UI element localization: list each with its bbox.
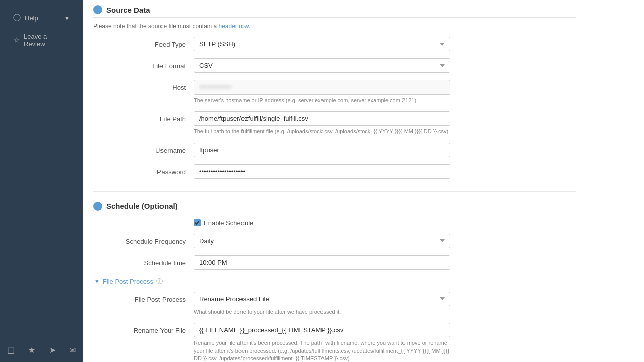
sidebar-item-leave-review[interactable]: ☆ Leave a Review	[6, 28, 77, 53]
enable-schedule-row: Enable Schedule	[194, 219, 576, 227]
file-post-process-row: File Post Process Rename Processed File …	[93, 292, 576, 316]
password-input[interactable]	[194, 164, 450, 179]
file-format-control: CSV TSV XML JSON	[194, 58, 450, 73]
file-format-row: File Format CSV TSV XML JSON	[93, 58, 576, 73]
content-area: − Source Data Please note that the sourc…	[83, 0, 586, 362]
help-icon: ⓘ	[13, 13, 21, 23]
grid-icon[interactable]: ◫	[3, 343, 19, 357]
star-icon[interactable]: ★	[24, 343, 39, 357]
host-row: Host The server's hostname or IP address…	[93, 80, 576, 104]
file-post-process-field-label: File Post Process	[93, 292, 194, 303]
schedule-frequency-control: Daily Weekly Monthly Hourly	[194, 234, 450, 248]
send-icon[interactable]: ➤	[45, 343, 60, 357]
enable-schedule-label[interactable]: Enable Schedule	[204, 219, 253, 227]
file-path-control: The full path to the fulfillment file (e…	[194, 111, 450, 135]
chevron-down-icon: ▼	[94, 278, 100, 284]
sidebar-help-label: Help	[25, 14, 38, 22]
rename-file-input[interactable]	[194, 323, 450, 337]
host-input[interactable]	[194, 80, 450, 95]
schedule-time-row: Schedule time	[93, 255, 576, 270]
source-data-section: − Source Data Please note that the sourc…	[93, 5, 576, 179]
schedule-frequency-row: Schedule Frequency Daily Weekly Monthly …	[93, 234, 576, 248]
file-post-process-link-label: File Post Process	[103, 278, 153, 285]
schedule-time-label: Schedule time	[93, 255, 194, 267]
username-row: Username	[93, 143, 576, 157]
schedule-time-input[interactable]	[194, 255, 450, 270]
rename-file-control: Rename your file after it's been process…	[194, 323, 450, 362]
password-row: Password	[93, 164, 576, 179]
file-post-process-collapsible[interactable]: ▼ File Post Process ⓘ	[94, 277, 576, 286]
host-hint: The server's hostname or IP address (e.g…	[194, 97, 450, 104]
help-circle-icon: ⓘ	[156, 277, 163, 286]
mail-icon[interactable]: ✉	[65, 343, 80, 357]
source-data-title: Source Data	[106, 6, 150, 14]
schedule-title: Schedule (Optional)	[106, 202, 178, 210]
chevron-down-icon: ▼	[64, 15, 70, 21]
schedule-icon: −	[93, 202, 102, 211]
sidebar-bottom: ◫ ★ ➤ ✉	[0, 338, 83, 362]
schedule-header: − Schedule (Optional)	[93, 202, 576, 214]
sidebar-top: ⓘ Help ▼ ☆ Leave a Review	[0, 0, 83, 61]
star-icon: ☆	[13, 36, 20, 45]
feed-type-row: Feed Type SFTP (SSH) FTP HTTP FTPS	[93, 37, 576, 51]
divider-1	[93, 191, 576, 192]
file-path-row: File Path The full path to the fulfillme…	[93, 111, 576, 135]
source-data-header: − Source Data	[93, 5, 576, 18]
username-input[interactable]	[194, 143, 450, 157]
header-row-link[interactable]: header row	[218, 23, 248, 30]
host-label: Host	[93, 80, 194, 92]
source-data-note-suffix: .	[249, 23, 250, 30]
host-control: The server's hostname or IP address (e.g…	[194, 80, 450, 104]
schedule-time-control	[194, 255, 450, 270]
file-path-hint: The full path to the fulfillment file (e…	[194, 128, 450, 135]
main-content: − Source Data Please note that the sourc…	[83, 0, 644, 362]
feed-type-select[interactable]: SFTP (SSH) FTP HTTP FTPS	[194, 37, 450, 51]
enable-schedule-checkbox[interactable]	[194, 219, 201, 226]
file-format-label: File Format	[93, 58, 194, 70]
password-label: Password	[93, 164, 194, 176]
feed-type-label: Feed Type	[93, 37, 194, 48]
schedule-frequency-select[interactable]: Daily Weekly Monthly Hourly	[194, 234, 450, 248]
sidebar-review-label: Leave a Review	[24, 33, 70, 48]
file-path-input[interactable]	[194, 111, 450, 126]
sidebar: ⓘ Help ▼ ☆ Leave a Review ◫ ★ ➤ ✉	[0, 0, 83, 362]
file-post-process-control: Rename Processed File Move Processed Fil…	[194, 292, 450, 316]
source-data-note: Please note that the source file must co…	[93, 23, 576, 30]
username-control	[194, 143, 450, 157]
file-post-process-hint: What should be done to your file after w…	[194, 308, 450, 316]
password-control	[194, 164, 450, 179]
source-data-icon: −	[93, 5, 102, 14]
rename-file-hint: Rename your file after it's been process…	[194, 339, 450, 362]
schedule-frequency-label: Schedule Frequency	[93, 234, 194, 245]
rename-file-row: Rename Your File Rename your file after …	[93, 323, 576, 362]
username-label: Username	[93, 143, 194, 154]
feed-type-control: SFTP (SSH) FTP HTTP FTPS	[194, 37, 450, 51]
file-post-process-select[interactable]: Rename Processed File Move Processed Fil…	[194, 292, 450, 306]
rename-file-label: Rename Your File	[93, 323, 194, 334]
file-format-select[interactable]: CSV TSV XML JSON	[194, 58, 450, 73]
source-data-note-prefix: Please note that the source file must co…	[93, 23, 218, 30]
file-path-label: File Path	[93, 111, 194, 123]
sidebar-item-help[interactable]: ⓘ Help ▼	[6, 8, 77, 28]
schedule-section: − Schedule (Optional) Enable Schedule Sc…	[93, 202, 576, 362]
